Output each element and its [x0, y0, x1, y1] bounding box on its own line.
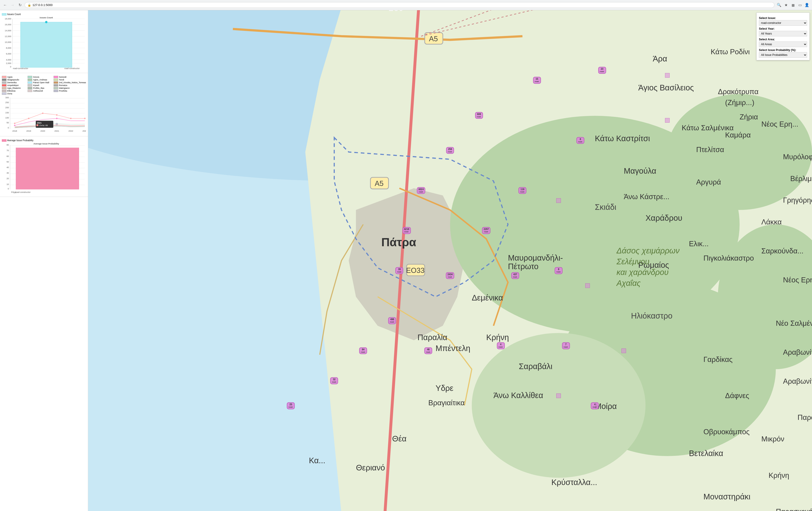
marker-6024[interactable]: 6024 road-: [417, 187, 425, 194]
sq-marker-4: [556, 393, 561, 398]
address-bar: 🔒: [25, 2, 775, 8]
marker-8-top[interactable]: 8 road-: [576, 137, 584, 144]
marker-498[interactable]: 498 road-: [388, 317, 396, 324]
li-gouva: Gouva: [28, 76, 52, 78]
marker-32[interactable]: 32 road-: [330, 377, 338, 385]
marker-118[interactable]: 118 road-: [518, 187, 526, 194]
marker-count: 15: [535, 78, 539, 81]
star-icon[interactable]: ★: [783, 2, 789, 8]
svg-text:6,000: 6,000: [6, 53, 11, 55]
tooltip-icon: [36, 124, 38, 126]
marker-count: 8: [578, 138, 583, 141]
svg-point-43: [14, 123, 15, 124]
marker-label: road-: [520, 191, 525, 193]
marker-count: 259: [448, 148, 453, 151]
marker-label: road-: [600, 70, 605, 73]
svg-text:14,000: 14,000: [5, 29, 11, 32]
marker-label: road-: [288, 406, 293, 408]
sidebar-icon[interactable]: ▭: [797, 2, 803, 8]
li-ek: Agia_Ekaterini: [2, 87, 27, 89]
svg-text:0: 0: [10, 66, 11, 68]
svg-text:250: 250: [5, 101, 9, 104]
marker-label: road-: [477, 116, 481, 118]
chart1-bar: [21, 22, 72, 67]
marker-label: road-: [564, 346, 568, 348]
svg-text:150: 150: [5, 112, 9, 114]
svg-text:2020: 2020: [40, 130, 45, 132]
marker-count: 498: [390, 318, 395, 321]
svg-text:10: 10: [6, 183, 9, 186]
svg-text:Ράχη: Ράχη: [11, 191, 16, 193]
li-saravali: Saravali: [54, 76, 86, 78]
marker-2434[interactable]: 2434 road-: [446, 272, 454, 279]
chart1-legend-item: Issues Count: [2, 13, 21, 16]
marker-608[interactable]: 608 road-: [475, 112, 483, 119]
marker-label: road-: [513, 276, 518, 278]
chart3-legend: Average Issue Probability: [2, 138, 86, 143]
svg-text:2021: 2021: [37, 122, 41, 124]
search-icon[interactable]: 🔍: [776, 2, 782, 8]
marker-count: 25: [288, 403, 293, 406]
marker-4-mid[interactable]: 4 road-: [497, 342, 505, 349]
marker-count: 6024: [418, 188, 424, 191]
marker-23[interactable]: 23 road-: [598, 67, 606, 74]
marker-8-mid[interactable]: 8 road-: [555, 267, 562, 274]
svg-point-50: [56, 118, 58, 119]
marker-label: road-: [447, 276, 453, 278]
chart3-svg: 80 70 60 50 40 30 20 10 0: [2, 143, 86, 194]
marker-25[interactable]: 25 road-: [287, 402, 295, 409]
profile-icon[interactable]: 👤: [804, 2, 810, 8]
reload-button[interactable]: ↻: [17, 2, 23, 8]
li-rom: Romatza: [54, 84, 86, 86]
lock-icon: 🔒: [28, 3, 31, 7]
chart1-dot: [45, 21, 48, 23]
svg-text:10,000: 10,000: [5, 41, 11, 44]
chart1-legend-label: Issues Count: [7, 13, 21, 16]
marker-count: 608: [477, 113, 481, 116]
svg-text:0: 0: [8, 188, 9, 190]
li-2nd: 2nd_Kinotita_Notios_Tomeas: [54, 81, 86, 84]
back-button[interactable]: ←: [2, 2, 8, 8]
chart1-box: Issues Count 18,000 16,000 14,000: [0, 10, 88, 73]
svg-text:2018: 2018: [12, 130, 17, 132]
marker-39[interactable]: 39 road-: [395, 267, 403, 274]
select-issue-dropdown[interactable]: road-constructor pothole sidewalk: [759, 20, 807, 26]
svg-text:2021: 2021: [55, 130, 59, 132]
select-year-label: Select Year:: [759, 27, 807, 30]
marker-84[interactable]: 84 road-: [359, 347, 367, 354]
marker-count: 437: [513, 273, 518, 276]
marker-46[interactable]: 46 road-: [424, 347, 432, 354]
svg-text:Ovria: 89: Ovria: 89: [39, 124, 48, 126]
li-elik: Elikistras: [2, 90, 27, 92]
svg-text:100: 100: [5, 117, 9, 119]
forward-button[interactable]: →: [10, 2, 15, 8]
marker-2297[interactable]: 2297 road-: [482, 227, 490, 234]
marker-15[interactable]: 15 road-: [533, 77, 541, 84]
svg-text:80: 80: [6, 144, 9, 146]
marker-count: 32: [332, 378, 337, 381]
select-area-dropdown[interactable]: All Areas Patras Center Agyia: [759, 41, 807, 47]
svg-text:70: 70: [6, 149, 9, 152]
marker-7[interactable]: 7 road-: [562, 342, 570, 349]
marker-4-bot[interactable]: 4 road-: [591, 402, 599, 409]
browser-chrome: ← → ↻ 🔒 🔍 ★ ▩ ▭ 👤: [0, 0, 812, 10]
marker-437[interactable]: 437 road-: [511, 272, 519, 279]
svg-text:30: 30: [6, 172, 9, 174]
select-year-dropdown[interactable]: All Years 2018 2019 2020 2021 2022 2023: [759, 31, 807, 36]
marker-count: 2297: [484, 228, 489, 231]
marker-label: road-: [397, 271, 402, 273]
li-agyia: Agyia: [2, 76, 27, 78]
chart2-svg: 300 250 200 150 100 50 0 2018 2019 2020 …: [2, 96, 86, 134]
li-dem: Demenika: [2, 81, 27, 84]
select-prob-dropdown[interactable]: All Issue Probabilities 0-25% 25-50% 50-…: [759, 52, 807, 58]
sq-marker-1: [556, 198, 561, 203]
marker-count: 118: [520, 188, 525, 191]
marker-259[interactable]: 259 road-: [446, 147, 454, 154]
url-input[interactable]: [32, 3, 772, 7]
marker-4218[interactable]: 4218 road-: [403, 227, 411, 234]
chart2-box: Agyia Gouva Saravali Skagiopoulio Agios_…: [0, 73, 88, 136]
extension-icon[interactable]: ▩: [790, 2, 796, 8]
chart1-legend-color: [2, 13, 6, 16]
chart1-svg: 18,000 16,000 14,000 12,000 10,000 8,000…: [2, 17, 86, 70]
map-container[interactable]: A5 A5 EO33 Μολύκρειο Κάτω Βασιλική Πέραμ…: [88, 10, 812, 511]
